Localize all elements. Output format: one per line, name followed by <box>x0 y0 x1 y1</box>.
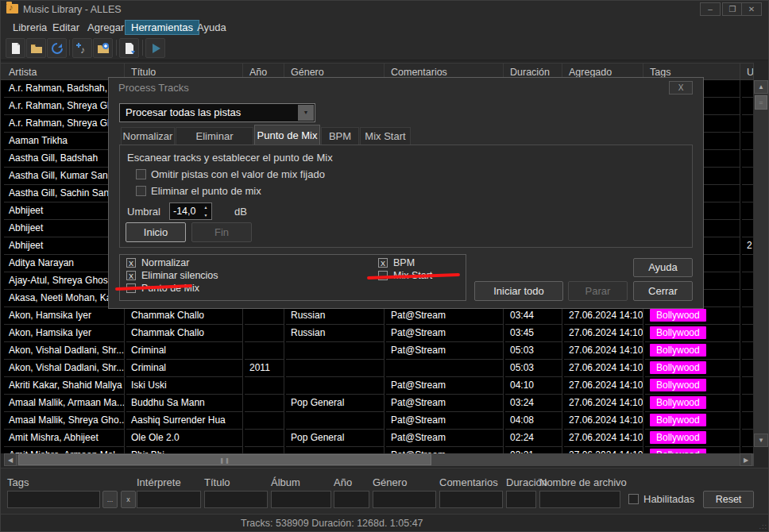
filter-input-5[interactable] <box>373 491 436 508</box>
play-button[interactable] <box>145 38 165 58</box>
close-button[interactable]: ✕ <box>741 2 762 16</box>
menu-item-agregar[interactable]: Agregar <box>82 20 129 35</box>
table-row[interactable]: Amaal Mallik, Shreya Gho...Aashiq Surren… <box>1 412 754 430</box>
filter-input-4[interactable] <box>334 491 369 508</box>
cell-title: Iski Uski <box>126 377 243 395</box>
tab-mix-start[interactable]: Mix Start <box>360 127 411 145</box>
parar-button[interactable]: Parar <box>568 281 628 301</box>
menu-item-ayuda[interactable]: Ayuda <box>191 20 232 35</box>
filter-bar: Habilitadas Reset TagsIntérpreteTítuloÁl… <box>1 468 769 514</box>
dialog-close-button[interactable]: X <box>669 81 693 94</box>
cell-year <box>245 342 284 360</box>
add-track-button[interactable]: ♪ <box>72 38 92 58</box>
omitir-pistas-label: Omitir pistas con el valor de mix fijado <box>151 168 325 180</box>
export-report-button[interactable] <box>119 38 139 58</box>
eliminar-punto-checkbox[interactable] <box>136 186 146 196</box>
spinner-down-icon[interactable]: ▼ <box>200 211 211 219</box>
cell-year <box>245 325 284 342</box>
threshold-value: -14,0 <box>173 206 196 217</box>
filter-input-6[interactable] <box>439 491 503 508</box>
tab-eliminar-silencios[interactable]: Eliminar silencios <box>176 127 253 145</box>
vertical-scroll-thumb[interactable] <box>755 95 767 110</box>
cell-year: 2011 <box>245 360 284 377</box>
iniciar-todo-button[interactable]: Iniciar todo <box>474 281 563 301</box>
vertical-scrollbar[interactable]: ▲ ▼ <box>754 80 768 447</box>
cell-last <box>742 377 754 395</box>
minimize-button[interactable]: – <box>700 2 721 16</box>
play-icon <box>149 42 162 55</box>
cell-tag: Bollywood <box>645 430 740 447</box>
tab-normalizar[interactable]: Normalizar <box>121 127 175 145</box>
table-row[interactable]: Akriti Kakar, Shahid MallyaIski UskiPat@… <box>1 377 754 395</box>
ayuda-button[interactable]: Ayuda <box>633 258 693 277</box>
filter-input-2[interactable] <box>204 491 268 508</box>
horizontal-scroll-thumb[interactable] <box>18 454 431 465</box>
cell-added: 27.06.2024 14:10... <box>564 342 643 360</box>
tags-more-button[interactable]: ... <box>102 491 118 508</box>
cell-added: 27.06.2024 14:10... <box>564 307 643 325</box>
toolbar: ♪ <box>1 37 769 60</box>
scroll-right-button[interactable]: ▶ <box>740 453 752 466</box>
tab-bpm[interactable]: BPM <box>321 127 359 145</box>
cell-added: 27.06.2024 14:10... <box>564 430 643 447</box>
spinner-up-icon[interactable]: ▲ <box>200 203 211 211</box>
cell-artist: Aastha Gill, Kumar Sanu <box>4 168 125 185</box>
refresh-button[interactable] <box>47 38 67 58</box>
cell-last <box>742 150 754 168</box>
cell-comments: Pat@Stream <box>386 430 504 447</box>
new-file-button[interactable] <box>6 38 25 58</box>
inicio-button[interactable]: Inicio <box>126 222 186 242</box>
column-header-artist[interactable]: Artista <box>4 64 125 80</box>
add-folder-button[interactable] <box>93 38 113 58</box>
fin-button[interactable]: Fin <box>191 222 252 242</box>
chevron-down-icon[interactable]: ▼ <box>298 105 314 121</box>
menu-item-herramientas[interactable]: Herramientas <box>125 20 199 35</box>
table-row[interactable]: Amaal Mallik, Armaan Ma...Buddhu Sa Mann… <box>1 395 754 412</box>
scroll-down-button[interactable]: ▼ <box>754 434 768 447</box>
threshold-spinner[interactable]: -14,0 ▲ ▼ <box>169 202 212 220</box>
status-text: Tracks: 538909 Duración: 1268d. 1:05:47 <box>241 518 423 529</box>
omitir-pistas-checkbox[interactable] <box>136 169 146 179</box>
resize-grip[interactable]: .:: <box>759 522 767 530</box>
table-row[interactable]: Amit Mishra, Armaan Mal...Phir Bhi...Pat… <box>1 447 754 453</box>
filter-label-8: Nombre de archivo <box>539 476 627 488</box>
cell-comments <box>386 360 504 377</box>
cell-artist: Abhijeet <box>4 220 125 237</box>
checked-checkbox-icon[interactable]: X <box>126 271 136 280</box>
cell-last <box>742 325 754 342</box>
scope-dropdown-value: Procesar todas las pistas <box>126 106 241 118</box>
scroll-left-button[interactable]: ◀ <box>4 453 17 466</box>
cell-last <box>742 342 754 360</box>
menu-item-libreria[interactable]: Libreria <box>7 20 52 35</box>
filter-label-2: Título <box>204 476 230 488</box>
cell-artist: A.r. Rahman, Shreya Gh <box>4 115 125 133</box>
cell-artist: Abhijeet <box>4 237 125 255</box>
filter-input-1[interactable] <box>137 491 201 508</box>
scope-dropdown[interactable]: Procesar todas las pistas ▼ <box>119 103 315 122</box>
checked-checkbox-icon[interactable]: X <box>126 258 136 268</box>
tags-clear-button[interactable]: x <box>121 491 136 508</box>
filter-input-3[interactable] <box>271 491 331 508</box>
column-header-last[interactable]: Ultim <box>742 64 754 80</box>
filter-input-8[interactable] <box>539 491 620 508</box>
filter-input-7[interactable] <box>506 491 536 508</box>
tab-punto-de-mix[interactable]: Punto de Mix <box>254 125 320 145</box>
menu-item-editar[interactable]: Editar <box>47 20 85 35</box>
table-row[interactable]: Akon, Vishal Dadlani, Shr...CriminalPat@… <box>1 342 754 360</box>
open-folder-icon <box>30 42 43 55</box>
table-row[interactable]: Akon, Hamsika IyerChammak ChalloRussianP… <box>1 307 754 325</box>
table-row[interactable]: Akon, Vishal Dadlani, Shr...Criminal2011… <box>1 360 754 377</box>
maximize-button[interactable]: ❐ <box>722 2 743 16</box>
cell-last: 2 <box>742 237 754 255</box>
table-row[interactable]: Akon, Hamsika IyerChammak ChalloRussianP… <box>1 325 754 342</box>
scroll-up-button[interactable]: ▲ <box>754 80 768 94</box>
table-row[interactable]: Amit Mishra, AbhijeetOle Ole 2.0Pop Gene… <box>1 430 754 447</box>
filter-label-3: Álbum <box>271 476 300 488</box>
reset-button[interactable]: Reset <box>703 491 754 508</box>
horizontal-scrollbar[interactable]: ◀ ▶ <box>4 453 754 466</box>
cerrar-button[interactable]: Cerrar <box>633 281 693 301</box>
filter-input-0[interactable] <box>7 491 100 508</box>
habilitadas-checkbox[interactable] <box>628 494 639 504</box>
checked-checkbox-icon[interactable]: X <box>378 258 388 268</box>
open-folder-button[interactable] <box>26 38 46 58</box>
